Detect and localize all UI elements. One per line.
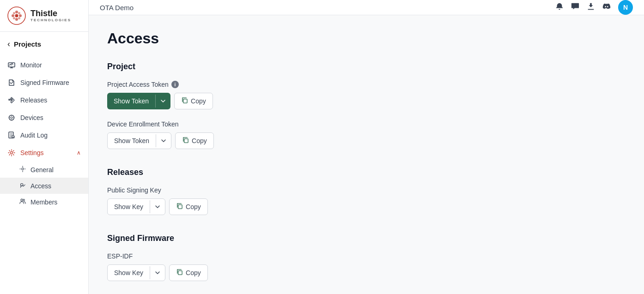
- projects-label: Projects: [14, 40, 41, 48]
- svg-point-18: [21, 199, 23, 201]
- notifications-icon[interactable]: [555, 2, 564, 13]
- device-enrollment-token-field: Device Enrollment Token Show Token Copy: [107, 120, 626, 149]
- signed-firmware-icon: [7, 78, 16, 87]
- public-signing-key-field: Public Signing Key Show Key Copy: [107, 186, 626, 215]
- show-project-token-label: Show Token: [107, 94, 155, 108]
- copy-public-key-button[interactable]: Copy: [169, 198, 208, 215]
- general-icon: [19, 166, 26, 174]
- back-arrow-icon: ‹: [7, 39, 10, 49]
- project-section-title: Project: [107, 62, 626, 72]
- copy-esp-idf-key-label: Copy: [186, 269, 201, 276]
- audit-log-icon: [7, 131, 16, 139]
- sidebar-navigation: Monitor Signed Firmware Releases Devices: [0, 54, 88, 294]
- sidebar: Thistle Technologies ‹ Projects Monitor …: [0, 0, 89, 294]
- signed-firmware-label: Signed Firmware: [20, 79, 69, 86]
- settings-label: Settings: [20, 149, 44, 156]
- monitor-label: Monitor: [20, 61, 42, 69]
- chat-icon[interactable]: [571, 2, 579, 13]
- members-label: Members: [30, 198, 57, 206]
- devices-label: Devices: [20, 114, 43, 121]
- public-signing-key-label: Public Signing Key: [107, 186, 626, 194]
- show-device-token-button[interactable]: Show Token: [107, 132, 171, 149]
- sidebar-item-members[interactable]: Members: [0, 194, 88, 210]
- topbar: OTA Demo N: [89, 0, 644, 15]
- device-enrollment-token-buttons: Show Token Copy: [107, 132, 626, 149]
- general-label: General: [30, 166, 54, 174]
- esp-idf-buttons: Show Key Copy: [107, 264, 626, 281]
- copy-device-token-label: Copy: [192, 137, 207, 144]
- svg-point-12: [11, 117, 12, 119]
- svg-rect-20: [183, 99, 187, 103]
- page-title: Access: [107, 30, 626, 47]
- discord-icon[interactable]: [602, 2, 611, 13]
- show-device-token-chevron-icon: [156, 134, 171, 147]
- audit-log-label: Audit Log: [20, 132, 48, 139]
- svg-point-5: [18, 12, 20, 14]
- svg-point-3: [15, 18, 18, 21]
- copy-device-token-icon: [182, 137, 189, 145]
- svg-rect-10: [8, 63, 15, 67]
- project-access-token-buttons: Show Token Copy: [107, 93, 626, 109]
- show-public-key-chevron-icon: [150, 200, 165, 213]
- show-project-token-button[interactable]: Show Token: [107, 93, 170, 109]
- copy-project-token-button[interactable]: Copy: [174, 93, 213, 109]
- devices-icon: [7, 114, 16, 122]
- copy-project-token-icon: [181, 97, 188, 105]
- access-label: Access: [30, 182, 51, 190]
- svg-point-2: [19, 14, 22, 17]
- releases-icon: [7, 96, 16, 104]
- settings-icon: [7, 149, 16, 157]
- thistle-logo-icon: [7, 6, 26, 25]
- svg-point-19: [23, 199, 25, 201]
- show-device-token-label: Show Token: [108, 133, 156, 148]
- members-icon: [19, 198, 26, 206]
- svg-rect-22: [178, 205, 182, 209]
- copy-public-key-label: Copy: [186, 203, 201, 210]
- show-esp-idf-key-chevron-icon: [150, 266, 165, 279]
- logo: Thistle Technologies: [0, 0, 88, 32]
- svg-point-9: [15, 14, 18, 18]
- public-signing-key-buttons: Show Key Copy: [107, 198, 626, 215]
- sidebar-item-settings[interactable]: Settings ∧: [0, 144, 88, 162]
- sidebar-item-audit-log[interactable]: Audit Log: [0, 126, 88, 144]
- sidebar-item-devices[interactable]: Devices: [0, 109, 88, 126]
- brand-sub: Technologies: [30, 18, 71, 22]
- project-section: Project Project Access Token i Show Toke…: [107, 62, 626, 149]
- show-public-key-button[interactable]: Show Key: [107, 198, 165, 215]
- sidebar-item-general[interactable]: General: [0, 162, 88, 178]
- esp-idf-field: ESP-IDF Show Key Copy: [107, 252, 626, 281]
- releases-section: Releases Public Signing Key Show Key: [107, 168, 626, 215]
- releases-section-title: Releases: [107, 168, 626, 177]
- download-icon[interactable]: [587, 2, 595, 13]
- sidebar-item-monitor[interactable]: Monitor: [0, 56, 88, 74]
- copy-device-token-button[interactable]: Copy: [175, 132, 214, 149]
- signed-firmware-section: Signed Firmware ESP-IDF Show Key: [107, 234, 626, 281]
- settings-chevron-icon: ∧: [77, 150, 81, 156]
- show-project-token-chevron-icon: [155, 95, 170, 108]
- projects-nav[interactable]: ‹ Projects: [0, 32, 88, 54]
- settings-subnav: General Access Members: [0, 162, 88, 210]
- svg-point-6: [18, 17, 20, 19]
- main-content: OTA Demo N Access Project Project: [89, 0, 644, 294]
- svg-rect-23: [178, 271, 182, 275]
- show-esp-idf-key-button[interactable]: Show Key: [107, 264, 165, 281]
- project-access-token-label: Project Access Token i: [107, 81, 626, 88]
- project-access-token-info-icon[interactable]: i: [171, 81, 179, 88]
- sidebar-item-signed-firmware[interactable]: Signed Firmware: [0, 74, 88, 91]
- copy-public-key-icon: [176, 203, 183, 211]
- copy-project-token-label: Copy: [191, 97, 206, 105]
- sidebar-item-releases[interactable]: Releases: [0, 91, 88, 109]
- show-public-key-label: Show Key: [108, 199, 150, 214]
- access-icon: [19, 182, 26, 190]
- show-esp-idf-key-label: Show Key: [108, 265, 150, 280]
- copy-esp-idf-key-button[interactable]: Copy: [169, 264, 208, 281]
- breadcrumb: OTA Demo: [100, 4, 134, 12]
- user-avatar[interactable]: N: [618, 0, 633, 15]
- svg-point-8: [13, 12, 15, 14]
- svg-point-16: [22, 168, 24, 170]
- svg-point-4: [12, 14, 14, 17]
- sidebar-item-access[interactable]: Access: [0, 178, 88, 194]
- copy-esp-idf-key-icon: [176, 269, 183, 277]
- monitor-icon: [7, 61, 16, 69]
- svg-point-1: [15, 11, 18, 13]
